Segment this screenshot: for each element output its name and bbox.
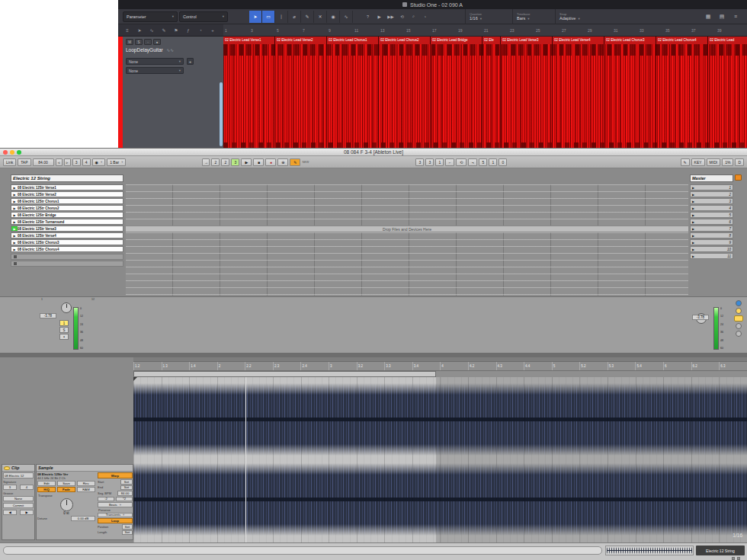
clip-launch-icon[interactable]: ▶	[11, 220, 18, 224]
track-title[interactable]: Electric 12 String	[11, 174, 123, 182]
empty-clip-slot[interactable]	[11, 261, 123, 267]
commit-button[interactable]: Commit	[3, 503, 34, 508]
ableton-titlebar[interactable]: 08 084 F 3-4 [Ableton Live]	[0, 149, 747, 156]
time-signature-numerator[interactable]: 3	[72, 158, 81, 166]
arrangement-clip[interactable]: 02 Electric Lead Chorus4	[656, 37, 708, 149]
snap-control[interactable]: Snap Adaptive▾	[555, 9, 604, 24]
insert-slot-dropdown[interactable]: None ▾	[126, 58, 184, 65]
track-name[interactable]: LoopDelayGuitar	[126, 47, 163, 53]
reverse-button[interactable]: Rev.	[77, 481, 95, 486]
tool-icon[interactable]: ∿	[340, 11, 353, 23]
clip-slot[interactable]: ▶ 08 Electric 12Str Chorus2	[11, 205, 123, 211]
tool-icon[interactable]: ➤	[249, 11, 262, 23]
hiq-toggle[interactable]: HiQ	[37, 487, 56, 492]
clip-launch-icon[interactable]: ▶	[11, 226, 18, 231]
clip-launch-icon[interactable]: ▶	[11, 241, 18, 245]
clip-stop-icon[interactable]	[14, 262, 17, 265]
seg-bpm-field[interactable]: 84.00	[117, 491, 133, 496]
scene-launch-icon[interactable]: ▶	[692, 213, 694, 217]
track-activator-button[interactable]: 1	[59, 320, 69, 326]
transport-icon[interactable]: ⌕	[408, 11, 419, 23]
monitor-knob[interactable]	[736, 323, 742, 329]
loop-toggle[interactable]: Loop	[98, 518, 133, 523]
punch-in-icon[interactable]: ⌐	[445, 158, 454, 166]
draw-icon[interactable]: ✎	[681, 158, 690, 166]
arrangement-clip[interactable]: 02 Electric Lead Verse3	[501, 37, 553, 149]
arrangement-clip[interactable]: 02 Electric Lead	[708, 37, 747, 149]
edit-button[interactable]: Edit	[37, 481, 56, 486]
nudge-left-icon[interactable]: ◀	[3, 510, 17, 515]
clip-launch-icon[interactable]: ▶	[11, 200, 18, 203]
tap-tempo-button[interactable]: TAP	[18, 158, 30, 166]
stop-button[interactable]: ■	[253, 158, 264, 166]
scene-launch-icon[interactable]: ▶	[692, 234, 694, 238]
clip-launch-icon[interactable]: ▶	[11, 234, 18, 238]
io-section-toggle[interactable]	[735, 174, 742, 181]
arrangement-position-sixteenths[interactable]: 3	[231, 158, 239, 166]
tool-icon[interactable]: ✕	[314, 11, 327, 23]
clip-name-field[interactable]: 08 Electric 12	[3, 472, 34, 478]
overdub-button[interactable]: ⊕	[277, 158, 288, 166]
fade-toggle[interactable]: Fade	[57, 487, 75, 492]
mute-button[interactable]: M	[126, 39, 133, 45]
scene-launch-icon[interactable]: ▶	[692, 241, 694, 245]
studio-one-titlebar[interactable]: Studio One - 02 090 A	[118, 0, 747, 9]
parameter-dropdown[interactable]: Parameter ▾	[123, 11, 178, 22]
nudge-right-icon[interactable]: ▶	[20, 510, 34, 515]
metronome-button[interactable]: ◉▾	[92, 158, 106, 166]
record-arm-icon[interactable]: ●	[153, 39, 161, 45]
session-grid[interactable]: Drop Files and Devices Here	[126, 184, 688, 296]
arrangement-clip[interactable]: 02 Ele	[483, 37, 501, 149]
clip-slot[interactable]: ▶ 08 Electric 12Str Chorus1	[11, 198, 123, 204]
clip-launch-icon[interactable]: ▶	[11, 248, 18, 251]
send-slot-dropdown[interactable]: None ▾	[126, 67, 184, 74]
clip-overview[interactable]	[605, 546, 694, 555]
clip-slot[interactable]: ▶ 08 Electric 12Str Verse1	[11, 184, 123, 190]
half-tempo-button[interactable]: :2	[98, 497, 114, 502]
clip-launch-icon[interactable]: ▶	[11, 193, 18, 197]
edit-strip-icon[interactable]: ⚑	[170, 27, 182, 33]
solo-button[interactable]: S	[135, 39, 143, 45]
position-set-button[interactable]: Set	[122, 524, 133, 530]
scene-launch-icon[interactable]: ▶	[692, 200, 694, 203]
master-level-meter[interactable]	[713, 307, 719, 350]
clip-slot[interactable]: ▶ 08 Electric 12Str Turnaround	[11, 219, 123, 225]
clip-slot[interactable]: ▶ 08 Electric 12Str Verse2	[11, 191, 123, 197]
track-solo-button[interactable]: S	[59, 327, 69, 333]
loop-length-beats[interactable]: 1	[489, 158, 497, 166]
edit-strip-icon[interactable]: ƒ	[182, 28, 194, 33]
arrangement-position-bars[interactable]: 2	[211, 158, 220, 166]
start-marker-icon[interactable]	[133, 377, 137, 381]
midi-map-button[interactable]: MIDI	[707, 158, 721, 166]
clip-signature-numerator[interactable]: 3	[3, 485, 17, 490]
tool-icon[interactable]: ▭	[262, 11, 275, 23]
scene-launch-icon[interactable]: ▶	[692, 186, 694, 190]
loop-brace[interactable]	[133, 371, 436, 377]
loop-length-sixteenths[interactable]: 0	[499, 158, 507, 166]
transport-icon[interactable]: ?	[362, 11, 374, 23]
master-title[interactable]: Master	[690, 174, 733, 182]
control-dropdown[interactable]: Control ▾	[179, 11, 228, 22]
scene-slot[interactable]: ▶ 9	[690, 239, 733, 245]
arrangement-position-beats[interactable]: 2	[221, 158, 229, 166]
scene-launch-icon[interactable]: ▶	[692, 254, 694, 258]
clip-launch-icon[interactable]: ▶	[11, 213, 18, 217]
edit-strip-icon[interactable]: +	[207, 28, 219, 33]
edit-strip-icon[interactable]: ✎	[158, 27, 170, 33]
transport-icon[interactable]: ▶	[374, 11, 385, 23]
timeline-ruler[interactable]: 13579111315171921232527293133353739	[223, 24, 747, 36]
preview-knob[interactable]	[736, 308, 742, 314]
arrangement-clip[interactable]: 02 Electric Lead Chorus1	[327, 37, 379, 149]
arrangement-clip[interactable]: 02 Electric Lead Chorus3	[604, 37, 656, 149]
clip-activator-toggle[interactable]	[4, 466, 10, 470]
clip-launch-icon[interactable]: ▶	[11, 186, 18, 190]
scene-slot[interactable]: ▶ 11	[690, 253, 733, 259]
play-button[interactable]: ▶	[241, 158, 252, 166]
view-toggle-icon[interactable]: ▤	[715, 11, 729, 23]
scene-launch-icon[interactable]: ▶	[692, 227, 694, 231]
nudge-up-icon[interactable]: ▹	[64, 158, 71, 166]
quantize-control[interactable]: Quantize 1/16▾	[465, 9, 512, 24]
timebase-control[interactable]: Timebase Bars▾	[512, 9, 555, 24]
arrangement-area[interactable]: 02 Electric Lead Verse1 02 Electric Lead…	[223, 37, 747, 149]
clip-signature-denominator[interactable]: 4	[20, 485, 34, 490]
